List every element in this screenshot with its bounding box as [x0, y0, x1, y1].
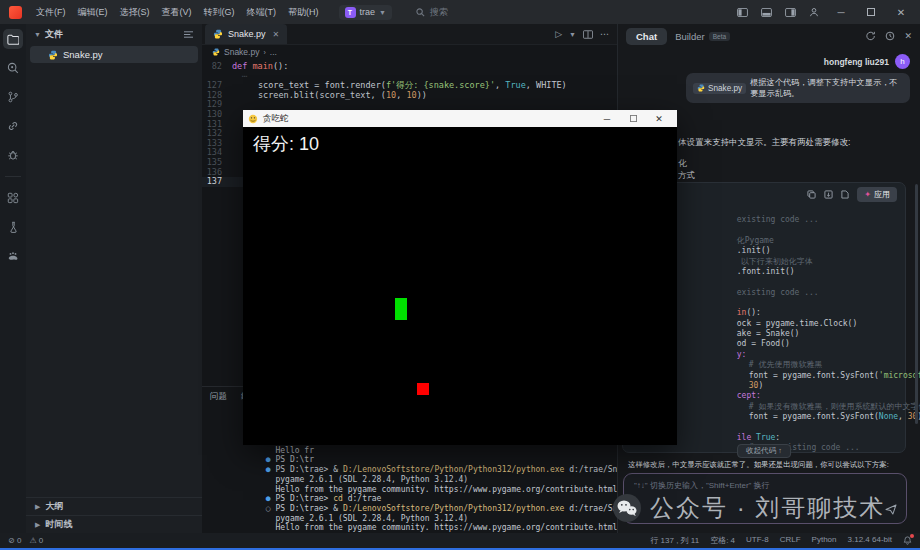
insert-code-icon[interactable]	[824, 190, 833, 199]
breadcrumb-more: ...	[270, 47, 277, 57]
remote-link-icon[interactable]	[3, 116, 23, 136]
game-minimize-button[interactable]: ─	[594, 110, 620, 127]
tab-builder[interactable]: Builder	[675, 31, 705, 42]
game-title-bar[interactable]: 贪吃蛇 ─ ✕	[243, 110, 677, 127]
menu-bar: 文件(F)编辑(E)选择(S)查看(V)转到(G)终端(T)帮助(H)	[30, 0, 325, 24]
explorer-section-header[interactable]: ▼ 文件	[26, 24, 202, 44]
snake-body	[395, 298, 407, 320]
activity-separator	[5, 176, 21, 177]
outline-label: 大纲	[45, 500, 63, 513]
chat-input[interactable]	[634, 481, 876, 490]
ai-text-line: 方式	[678, 170, 695, 182]
game-close-button[interactable]: ✕	[646, 110, 672, 127]
copy-icon[interactable]	[807, 190, 816, 199]
close-icon[interactable]: ✕	[904, 31, 912, 41]
extensions-icon[interactable]	[3, 188, 23, 208]
scrollbar[interactable]	[915, 184, 918, 424]
global-search[interactable]: 搜索	[416, 6, 448, 19]
more-actions-icon[interactable]: ⋯	[600, 29, 609, 39]
file-item-snake-py[interactable]: Snake.py	[30, 46, 198, 63]
menu-item[interactable]: 文件(F)	[30, 0, 72, 24]
project-switcher[interactable]: T trae ▼	[339, 5, 392, 20]
timeline-section[interactable]: ▶ 时间线	[26, 515, 202, 533]
chat-input-box[interactable]	[623, 473, 907, 524]
status-item[interactable]: UTF-8	[746, 535, 769, 546]
collapse-code-button[interactable]: 收起代码 ↑	[737, 444, 791, 458]
game-maximize-button[interactable]	[620, 110, 646, 127]
status-items: 行 137 , 列 11空格: 4UTF-8CRLFPython3.12.4 6…	[650, 535, 892, 546]
pygame-window[interactable]: 贪吃蛇 ─ ✕ 得分: 10	[243, 110, 677, 445]
chat-header: Chat Builder Beta ✕	[618, 24, 920, 48]
editor-tab-bar: Snake.py ✕ ▷ ▼ ⋯	[202, 24, 617, 45]
new-file-icon[interactable]	[841, 190, 849, 199]
menu-item[interactable]: 选择(S)	[114, 0, 156, 24]
split-editor-icon[interactable]	[583, 30, 593, 39]
breadcrumb[interactable]: Snake.py › ...	[202, 45, 617, 59]
toggle-right-panel-icon[interactable]	[780, 3, 800, 21]
new-chat-icon[interactable]	[866, 31, 876, 41]
ai-closing-text: 这样修改后，中文显示应该就正常了。如果还是出现问题，你可以尝试以下方案:	[628, 460, 916, 470]
explorer-sidebar: ▼ 文件 Snake.py ▶ 大纲 ▶ 时间线	[26, 24, 202, 533]
account-icon[interactable]	[804, 3, 824, 21]
code-line: 129	[202, 100, 617, 110]
menu-item[interactable]: 转到(G)	[198, 0, 241, 24]
status-item[interactable]: 3.12.4 64-bit	[848, 535, 892, 546]
minimize-button[interactable]: ─	[828, 1, 854, 23]
test-flask-icon[interactable]	[3, 217, 23, 237]
trae-logo-icon	[9, 6, 22, 19]
tab-snake-py[interactable]: Snake.py ✕	[205, 24, 287, 44]
file-name: Snake.py	[63, 49, 103, 60]
outline-section[interactable]: ▶ 大纲	[26, 497, 202, 515]
source-control-icon[interactable]	[3, 87, 23, 107]
ai-search-icon[interactable]	[3, 58, 23, 78]
status-item[interactable]: CRLF	[780, 535, 801, 546]
maximize-button[interactable]	[858, 1, 884, 23]
apply-button[interactable]: ✦ 应用	[857, 187, 897, 202]
status-item[interactable]: Python	[812, 535, 837, 546]
sparkle-icon: ✦	[864, 190, 871, 199]
status-item[interactable]: 行 137 , 列 11	[650, 535, 699, 546]
search-icon	[416, 8, 425, 17]
toggle-left-panel-icon[interactable]	[732, 3, 752, 21]
file-chip[interactable]: Snake.py	[693, 83, 746, 94]
user-message-bubble: Snake.py 根据这个代码，调整下支持中文显示，不要显示乱码。	[686, 73, 910, 103]
explorer-icon[interactable]	[3, 29, 23, 49]
menu-item[interactable]: 终端(T)	[241, 0, 283, 24]
explorer-section-label: 文件	[45, 28, 63, 41]
toggle-bottom-panel-icon[interactable]	[756, 3, 776, 21]
project-avatar: T	[345, 7, 356, 18]
snake-icon	[248, 114, 258, 124]
menu-item[interactable]: 帮助(H)	[282, 0, 325, 24]
notifications-bell-icon[interactable]	[903, 536, 912, 545]
notification-dot	[910, 534, 914, 538]
tab-problems[interactable]: 问题	[210, 391, 227, 403]
errors-indicator[interactable]: ⊘ 0	[8, 536, 21, 545]
avatar: h	[895, 54, 910, 69]
ai-text-line: 体设置来支持中文显示。主要有两处需要修改:	[678, 137, 850, 149]
close-button[interactable]: ✕	[888, 1, 914, 23]
menu-item[interactable]: 编辑(E)	[72, 0, 114, 24]
game-canvas: 得分: 10	[243, 127, 677, 445]
line-number: 137	[202, 177, 232, 187]
code-line: 128 screen.blit(score_text, (10, 10))	[202, 91, 617, 101]
close-icon[interactable]: ✕	[273, 30, 280, 39]
paw-plugin-icon[interactable]	[3, 246, 23, 266]
warnings-count: 0	[39, 536, 43, 545]
chevron-down-icon: ▼	[34, 31, 41, 38]
menu-item[interactable]: 查看(V)	[156, 0, 198, 24]
explorer-actions-icon[interactable]	[183, 30, 194, 39]
app-window: 文件(F)编辑(E)选择(S)查看(V)转到(G)终端(T)帮助(H) T tr…	[0, 0, 920, 550]
beta-badge: Beta	[709, 32, 730, 41]
history-icon[interactable]	[885, 31, 895, 41]
send-icon[interactable]	[885, 504, 897, 515]
run-button[interactable]: ▷	[555, 29, 562, 39]
search-label: 搜索	[430, 6, 448, 19]
warnings-indicator[interactable]: ⚠ 0	[29, 536, 43, 545]
food-square	[417, 383, 429, 395]
game-window-title: 贪吃蛇	[263, 113, 289, 125]
debug-icon[interactable]	[3, 145, 23, 165]
status-item[interactable]: 空格: 4	[710, 535, 735, 546]
run-dropdown-icon[interactable]: ▼	[569, 31, 576, 38]
tab-chat[interactable]: Chat	[626, 28, 667, 45]
status-bar: ⊘ 0 ⚠ 0 行 137 , 列 11空格: 4UTF-8CRLFPython…	[0, 533, 920, 548]
